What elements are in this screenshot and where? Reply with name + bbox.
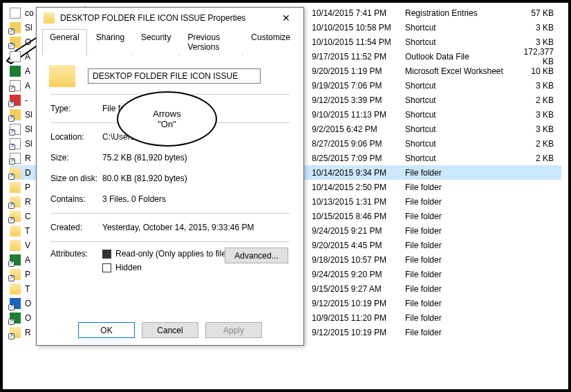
- file-icon: [10, 298, 21, 309]
- advanced-button[interactable]: Advanced...: [225, 248, 288, 263]
- file-icon: [10, 211, 21, 222]
- file-date: 9/19/2015 7:06 PM: [312, 81, 405, 91]
- ok-button[interactable]: OK: [78, 322, 135, 338]
- size-on-disk-label: Size on disk:: [50, 174, 102, 183]
- tab-security[interactable]: Security: [133, 29, 178, 55]
- file-icon: [10, 109, 21, 120]
- file-date: 9/12/2015 10:19 PM: [312, 328, 405, 337]
- readonly-checkbox[interactable]: [102, 250, 111, 259]
- shortcut-arrow-icon: [8, 101, 15, 107]
- file-date: 10/14/2015 2:50 PM: [312, 183, 405, 192]
- file-date: 9/17/2015 11:52 PM: [312, 52, 405, 62]
- file-date: 10/14/2015 7:41 PM: [312, 8, 405, 18]
- titlebar[interactable]: DESKTOP FOLDER FILE ICON ISSUE Propertie…: [37, 8, 303, 28]
- created-label: Created:: [50, 223, 102, 232]
- shortcut-arrow-icon: [8, 43, 15, 49]
- file-icon: [10, 312, 21, 324]
- file-date: 10/13/2015 1:31 PM: [312, 197, 405, 207]
- apply-button[interactable]: Apply: [205, 322, 262, 338]
- file-type: Shortcut: [405, 124, 516, 134]
- file-type: File folder: [405, 168, 516, 178]
- file-type: File folder: [405, 241, 516, 250]
- file-icon: [10, 95, 21, 106]
- file-type: File folder: [405, 270, 516, 279]
- file-date: 10/9/2015 11:20 PM: [312, 313, 405, 323]
- file-date: 9/10/2015 11:13 PM: [312, 110, 405, 120]
- file-icon: [10, 138, 21, 149]
- hidden-checkbox[interactable]: [102, 263, 111, 272]
- size-label: Size:: [50, 153, 102, 162]
- tab-sharing[interactable]: Sharing: [88, 29, 132, 55]
- shortcut-arrow-icon: [8, 217, 15, 223]
- close-icon[interactable]: ✕: [276, 12, 297, 24]
- shortcut-arrow-icon: [9, 158, 15, 165]
- file-size: 3 KB: [516, 37, 554, 47]
- file-size: 2 KB: [516, 153, 554, 163]
- file-date: 9/24/2015 9:21 PM: [312, 226, 405, 236]
- file-type: Shortcut: [405, 95, 516, 105]
- file-size: 57 KB: [516, 8, 554, 18]
- size-value: 75.2 KB (81,920 bytes): [102, 153, 290, 162]
- file-icon: [10, 254, 21, 265]
- file-type: Shortcut: [405, 153, 516, 163]
- file-size: 172,377 KB: [516, 47, 554, 66]
- properties-dialog: DESKTOP FOLDER FILE ICON ISSUE Propertie…: [36, 7, 304, 346]
- file-type: Shortcut: [405, 110, 516, 120]
- file-size: 2 KB: [516, 139, 554, 149]
- file-type: File folder: [405, 313, 516, 323]
- file-type: Shortcut: [405, 81, 516, 91]
- tab-previous-versions[interactable]: Previous Versions: [180, 29, 242, 55]
- attributes-label: Attributes:: [50, 249, 102, 259]
- file-date: 9/2/2015 6:42 PM: [312, 124, 405, 134]
- file-icon: [10, 269, 21, 280]
- annotation-callout: Arrows "On": [117, 91, 217, 147]
- location-label: Location:: [50, 132, 102, 142]
- shortcut-arrow-icon: [8, 319, 15, 325]
- tab-general[interactable]: General: [42, 29, 87, 55]
- shortcut-arrow-icon: [8, 115, 15, 122]
- file-type: Shortcut: [405, 139, 516, 149]
- file-size: 3 KB: [516, 81, 554, 91]
- file-type: Shortcut: [405, 37, 516, 47]
- file-icon: [10, 327, 21, 338]
- file-date: 9/24/2015 9:20 PM: [312, 270, 405, 279]
- hidden-label: Hidden: [115, 263, 142, 272]
- shortcut-arrow-icon: [8, 304, 15, 310]
- file-date: 10/10/2015 11:54 PM: [312, 37, 405, 47]
- file-size: 3 KB: [516, 23, 554, 32]
- file-icon: [10, 37, 21, 48]
- file-icon: [10, 124, 21, 135]
- file-size: 3 KB: [516, 110, 554, 120]
- tab-customize[interactable]: Customize: [243, 29, 298, 55]
- folder-name-input[interactable]: [88, 68, 261, 84]
- file-icon: [10, 283, 21, 295]
- file-date: 9/20/2015 4:45 PM: [312, 241, 405, 250]
- file-type: File folder: [405, 226, 516, 236]
- cancel-button[interactable]: Cancel: [142, 322, 198, 338]
- screenshot-frame: co10/14/2015 7:41 PMRegistration Entries…: [0, 0, 571, 392]
- file-type: Microsoft Excel Worksheet: [405, 66, 516, 76]
- file-icon: [10, 196, 21, 207]
- contains-label: Contains:: [50, 194, 102, 204]
- created-value: Yesterday, October 14, 2015, 9:33:46 PM: [102, 223, 290, 232]
- file-type: File folder: [405, 299, 516, 308]
- file-type: File folder: [405, 183, 516, 192]
- file-date: 8/25/2015 7:09 PM: [312, 153, 405, 163]
- tab-strip: General Sharing Security Previous Versio…: [42, 28, 298, 55]
- file-date: 10/15/2015 8:46 PM: [312, 212, 405, 221]
- file-icon: [10, 240, 21, 251]
- file-type: File folder: [405, 212, 516, 221]
- size-on-disk-value: 80.0 KB (81,920 bytes): [102, 174, 290, 183]
- window-title: DESKTOP FOLDER FILE ICON ISSUE Propertie…: [60, 13, 276, 23]
- file-size: 10 KB: [516, 66, 554, 76]
- file-icon: [10, 80, 21, 91]
- file-date: 10/14/2015 9:34 PM: [312, 168, 405, 178]
- file-icon: [10, 167, 21, 178]
- file-date: 9/15/2015 9:27 AM: [312, 284, 405, 294]
- callout-line1: Arrows: [153, 109, 180, 119]
- file-date: 9/12/2015 3:39 PM: [312, 95, 405, 105]
- file-type: File folder: [405, 328, 516, 337]
- shortcut-arrow-icon: [8, 174, 15, 180]
- file-icon: [10, 66, 21, 77]
- file-date: 10/10/2015 10:58 PM: [312, 23, 405, 32]
